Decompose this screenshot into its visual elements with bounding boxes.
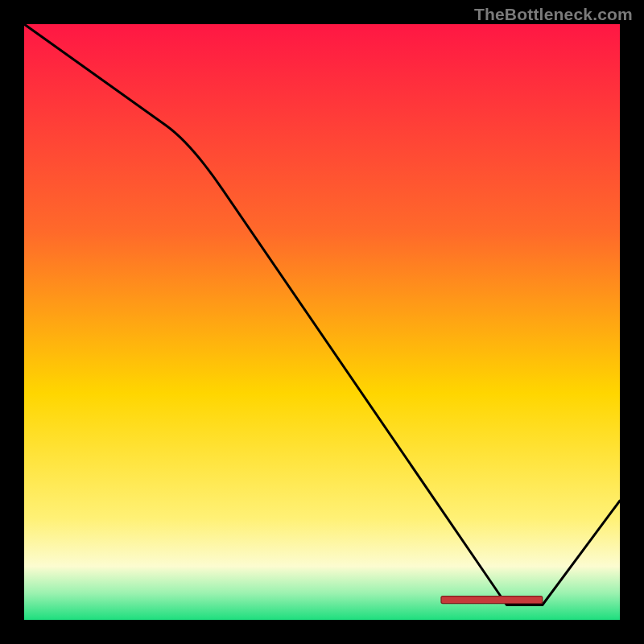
- bottleneck-chart: [0, 0, 644, 644]
- gradient-background: [24, 24, 620, 620]
- plateau-marker: [441, 597, 543, 604]
- chart-stage: TheBottleneck.com: [0, 0, 644, 644]
